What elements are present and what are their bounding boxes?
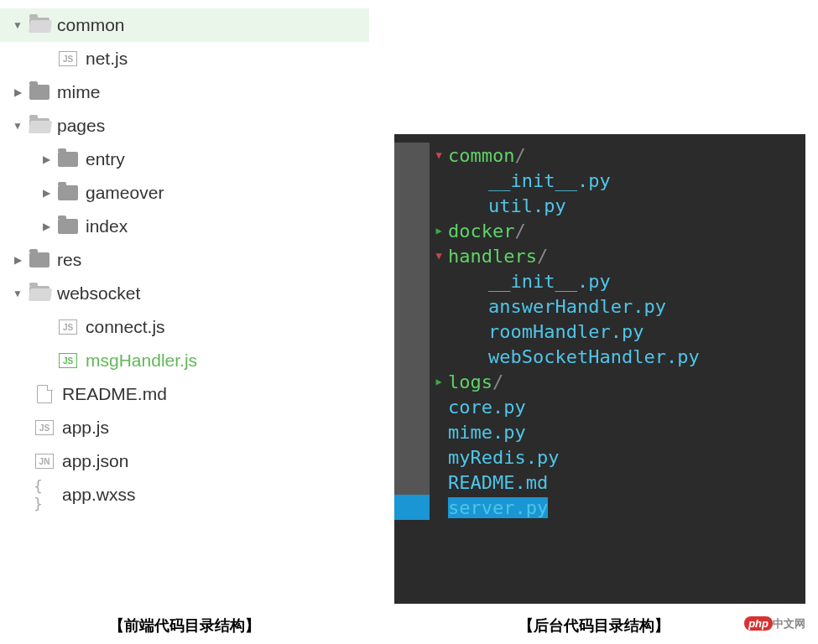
tree-item-label: gameover [86, 183, 164, 203]
folder-icon [29, 83, 50, 101]
gutter [394, 218, 430, 243]
tree-item[interactable]: ▶index [0, 210, 369, 243]
chevron-right-icon[interactable]: ▶ [12, 86, 23, 98]
js-file-icon: JS [57, 49, 79, 68]
tree-item-label: res [57, 250, 81, 270]
tree-item[interactable]: ▶__init__.py [394, 168, 805, 193]
tree-item-label: pages [57, 116, 105, 136]
tree-item-label: net.js [86, 49, 128, 69]
tree-item[interactable]: ▶webSocketHandler.py [394, 344, 805, 369]
tree-item-label: webSocketHandler.py [448, 346, 700, 367]
tree-item-label: connect.js [86, 317, 165, 337]
tree-item-label: roomHandler.py [448, 321, 643, 342]
gutter [394, 293, 430, 319]
tree-item-label: common [57, 15, 125, 35]
tree-item[interactable]: ▶answerHandler.py [394, 293, 805, 319]
gutter [394, 470, 430, 495]
tree-item-label: docker/ [448, 221, 526, 242]
gutter [394, 319, 430, 344]
gutter [394, 419, 430, 444]
tree-item-label: entry [86, 149, 125, 169]
tree-item-label: server.py [448, 497, 548, 518]
tree-item[interactable]: ▶README.md [0, 377, 369, 411]
chevron-right-icon[interactable]: ▶ [40, 153, 52, 165]
wxss-file-icon: { } [34, 486, 55, 504]
frontend-tree: ▼common▶JSnet.js▶mime▼pages▶entry▶gameov… [0, 8, 369, 607]
chevron-right-icon[interactable]: ▶ [40, 221, 52, 232]
tree-item-label: app.js [62, 418, 109, 438]
gutter [394, 168, 430, 193]
tree-item[interactable]: ▶{ }app.wxss [0, 478, 369, 512]
tree-item[interactable]: ▶mime.py [394, 419, 805, 444]
tree-item[interactable]: ▶logs/ [394, 369, 805, 394]
gutter [394, 369, 430, 394]
tree-item-label: __init__.py [448, 271, 611, 292]
folder-open-icon [29, 117, 50, 135]
json-file-icon: JN [34, 452, 55, 470]
tree-item[interactable]: ▶server.py [394, 495, 805, 520]
gutter [394, 193, 430, 218]
chevron-right-icon[interactable]: ▶ [40, 187, 52, 199]
folder-icon [57, 184, 79, 202]
tree-item[interactable]: ▼websocket [0, 277, 369, 310]
tree-item[interactable]: ▼common [0, 8, 369, 42]
tree-item[interactable]: ▶JSmsgHandler.js [0, 344, 369, 377]
gutter [394, 243, 430, 268]
backend-tree: ▼common/▶__init__.py▶util.py▶docker/▼han… [394, 134, 805, 604]
chevron-down-icon[interactable]: ▼ [430, 149, 448, 161]
chevron-down-icon[interactable]: ▼ [12, 120, 23, 132]
folder-open-icon [29, 16, 50, 34]
gutter [394, 344, 430, 369]
tree-item[interactable]: ▼common/ [394, 143, 805, 168]
tree-item[interactable]: ▶mime [0, 75, 369, 109]
tree-item[interactable]: ▶res [0, 243, 369, 277]
tree-item-label: util.py [448, 195, 566, 216]
gutter [394, 143, 430, 168]
folder-icon [57, 150, 79, 169]
js-file-icon: JS [57, 351, 79, 370]
gutter [394, 444, 430, 470]
file-icon [34, 385, 55, 403]
tree-item[interactable]: ▶util.py [394, 193, 805, 218]
js-file-icon: JS [57, 318, 79, 336]
tree-item[interactable]: ▶README.md [394, 470, 805, 495]
tree-item[interactable]: ▶JSapp.js [0, 411, 369, 444]
tree-item[interactable]: ▼handlers/ [394, 243, 805, 268]
tree-item-label: common/ [448, 145, 526, 166]
tree-item-label: README.md [448, 472, 548, 493]
tree-item-label: app.wxss [62, 485, 136, 505]
chevron-right-icon[interactable]: ▶ [430, 376, 448, 387]
tree-item[interactable]: ▼pages [0, 109, 369, 143]
tree-item-label: websocket [57, 283, 140, 304]
chevron-down-icon[interactable]: ▼ [12, 19, 23, 31]
tree-item-label: answerHandler.py [448, 296, 666, 317]
gutter [394, 394, 430, 419]
chevron-right-icon[interactable]: ▶ [430, 225, 448, 236]
tree-item[interactable]: ▶gameover [0, 176, 369, 210]
tree-item[interactable]: ▶JSnet.js [0, 42, 369, 75]
tree-item[interactable]: ▶JNapp.json [0, 444, 369, 478]
chevron-down-icon[interactable]: ▼ [430, 250, 448, 262]
tree-item-label: myRedis.py [448, 447, 559, 468]
folder-open-icon [29, 284, 50, 303]
js-file-icon: JS [34, 418, 55, 437]
gutter [394, 268, 430, 293]
watermark-logo: php中文网 [744, 616, 805, 631]
tree-item-label: mime.py [448, 422, 526, 443]
tree-item-label: README.md [62, 384, 167, 404]
chevron-right-icon[interactable]: ▶ [12, 254, 23, 266]
tree-item-label: mime [57, 82, 100, 102]
tree-item[interactable]: ▶docker/ [394, 218, 805, 243]
tree-item[interactable]: ▶__init__.py [394, 268, 805, 293]
tree-item[interactable]: ▶JSconnect.js [0, 310, 369, 344]
folder-icon [57, 217, 79, 236]
caption-frontend: 【前端代码目录结构】 [0, 615, 369, 636]
tree-item[interactable]: ▶entry [0, 143, 369, 176]
chevron-down-icon[interactable]: ▼ [12, 288, 23, 299]
tree-item-label: core.py [448, 397, 526, 418]
tree-item[interactable]: ▶myRedis.py [394, 444, 805, 470]
tree-item[interactable]: ▶roomHandler.py [394, 319, 805, 344]
tree-item-label: logs/ [448, 371, 503, 392]
caption-backend: 【后台代码目录结构】 php中文网 [369, 615, 818, 636]
tree-item[interactable]: ▶core.py [394, 394, 805, 419]
